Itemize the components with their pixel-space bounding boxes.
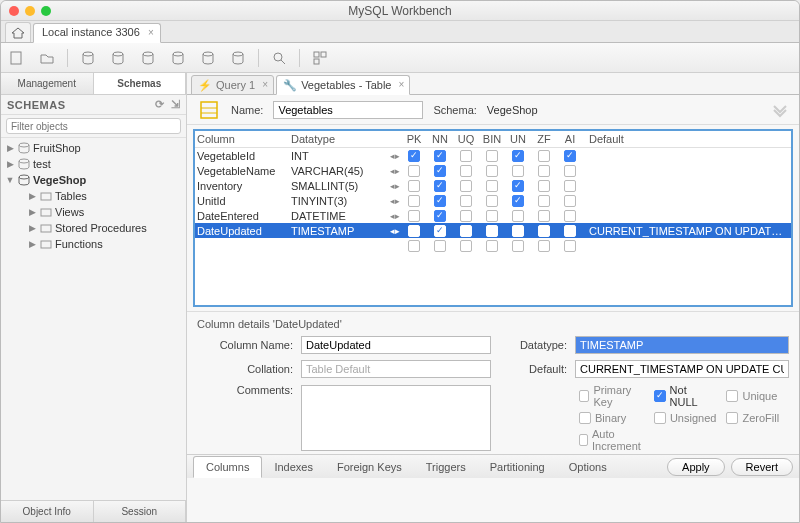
checkbox[interactable] bbox=[408, 195, 420, 207]
refresh-icon[interactable]: ⟳ bbox=[155, 98, 165, 111]
footer-tab-object-info[interactable]: Object Info bbox=[1, 501, 94, 522]
checkbox[interactable] bbox=[460, 195, 472, 207]
revert-button[interactable]: Revert bbox=[731, 458, 793, 476]
table-row[interactable]: UnitIdTINYINT(3)◂▸ bbox=[195, 193, 791, 208]
checkbox[interactable] bbox=[538, 210, 550, 222]
tab-foreign-keys[interactable]: Foreign Keys bbox=[325, 457, 414, 477]
db-tool-icon[interactable] bbox=[168, 48, 188, 68]
dropdown-icon[interactable]: ◂▸ bbox=[389, 196, 401, 206]
db-tool-icon[interactable] bbox=[228, 48, 248, 68]
checkbox[interactable] bbox=[564, 150, 576, 162]
close-icon[interactable]: × bbox=[148, 27, 154, 38]
checkbox[interactable] bbox=[512, 225, 524, 237]
checkbox[interactable] bbox=[460, 165, 472, 177]
checkbox[interactable] bbox=[564, 210, 576, 222]
check-unsigned[interactable]: Unsigned bbox=[654, 412, 717, 424]
checkbox[interactable] bbox=[538, 180, 550, 192]
column-name-input[interactable] bbox=[301, 336, 491, 354]
dropdown-icon[interactable]: ◂▸ bbox=[389, 211, 401, 221]
expand-icon[interactable]: ⇲ bbox=[171, 98, 181, 111]
search-icon[interactable] bbox=[269, 48, 289, 68]
table-row-placeholder[interactable] bbox=[195, 238, 791, 253]
db-tool-icon[interactable] bbox=[138, 48, 158, 68]
tab-schemas[interactable]: Schemas bbox=[94, 73, 187, 94]
tab-query1[interactable]: ⚡ Query 1 × bbox=[191, 75, 274, 95]
close-icon[interactable]: × bbox=[399, 79, 405, 90]
checkbox[interactable] bbox=[434, 150, 446, 162]
checkbox[interactable] bbox=[434, 195, 446, 207]
close-icon[interactable] bbox=[9, 6, 19, 16]
checkbox[interactable] bbox=[564, 165, 576, 177]
check-auto-increment[interactable]: Auto Increment bbox=[579, 428, 644, 452]
schema-item-fruitshop[interactable]: FruitShop bbox=[1, 140, 186, 156]
columns-grid[interactable]: Column Datatype PK NN UQ BIN UN ZF AI De… bbox=[193, 129, 793, 307]
maximize-icon[interactable] bbox=[41, 6, 51, 16]
checkbox[interactable] bbox=[564, 225, 576, 237]
checkbox[interactable] bbox=[512, 210, 524, 222]
checkbox[interactable] bbox=[564, 195, 576, 207]
checkbox[interactable] bbox=[486, 225, 498, 237]
db-tool-icon[interactable] bbox=[108, 48, 128, 68]
new-sql-icon[interactable] bbox=[7, 48, 27, 68]
checkbox[interactable] bbox=[486, 210, 498, 222]
checkbox[interactable] bbox=[538, 225, 550, 237]
checkbox[interactable] bbox=[408, 225, 420, 237]
dashboard-icon[interactable] bbox=[310, 48, 330, 68]
table-name-input[interactable] bbox=[273, 101, 423, 119]
dropdown-icon[interactable]: ◂▸ bbox=[389, 226, 401, 236]
tab-options[interactable]: Options bbox=[557, 457, 619, 477]
checkbox[interactable] bbox=[512, 195, 524, 207]
dropdown-icon[interactable]: ◂▸ bbox=[389, 166, 401, 176]
apply-button[interactable]: Apply bbox=[667, 458, 725, 476]
check-binary[interactable]: Binary bbox=[579, 412, 644, 424]
checkbox[interactable] bbox=[434, 165, 446, 177]
table-row[interactable]: VegetableNameVARCHAR(45)◂▸ bbox=[195, 163, 791, 178]
check-not-null[interactable]: Not NULL bbox=[654, 384, 717, 408]
checkbox[interactable] bbox=[408, 180, 420, 192]
connection-tab[interactable]: Local instance 3306 × bbox=[33, 23, 161, 43]
check-zerofill[interactable]: ZeroFill bbox=[726, 412, 789, 424]
tree-item-functions[interactable]: Functions bbox=[1, 236, 186, 252]
checkbox[interactable] bbox=[460, 210, 472, 222]
collation-select[interactable] bbox=[301, 360, 491, 378]
checkbox[interactable] bbox=[538, 195, 550, 207]
checkbox[interactable] bbox=[460, 180, 472, 192]
table-row[interactable]: InventorySMALLINT(5)◂▸ bbox=[195, 178, 791, 193]
checkbox[interactable] bbox=[486, 150, 498, 162]
tab-partitioning[interactable]: Partitioning bbox=[478, 457, 557, 477]
checkbox[interactable] bbox=[434, 180, 446, 192]
default-input[interactable] bbox=[575, 360, 789, 378]
dropdown-icon[interactable]: ◂▸ bbox=[389, 151, 401, 161]
check-unique[interactable]: Unique bbox=[726, 384, 789, 408]
datatype-select[interactable] bbox=[575, 336, 789, 354]
footer-tab-session[interactable]: Session bbox=[94, 501, 187, 522]
checkbox[interactable] bbox=[434, 225, 446, 237]
checkbox[interactable] bbox=[538, 150, 550, 162]
comments-textarea[interactable] bbox=[301, 385, 491, 451]
tree-item-stored[interactable]: Stored Procedures bbox=[1, 220, 186, 236]
table-row[interactable]: DateUpdatedTIMESTAMP◂▸CURRENT_TIMESTAMP … bbox=[195, 223, 791, 238]
checkbox[interactable] bbox=[486, 165, 498, 177]
table-row[interactable]: VegetableIdINT◂▸ bbox=[195, 148, 791, 163]
checkbox[interactable] bbox=[408, 150, 420, 162]
tab-management[interactable]: Management bbox=[1, 73, 94, 94]
filter-input[interactable] bbox=[6, 118, 181, 134]
schema-item-vegeshop[interactable]: VegeShop bbox=[1, 172, 186, 188]
db-tool-icon[interactable] bbox=[78, 48, 98, 68]
checkbox[interactable] bbox=[408, 165, 420, 177]
checkbox[interactable] bbox=[460, 225, 472, 237]
checkbox[interactable] bbox=[512, 165, 524, 177]
dropdown-icon[interactable]: ◂▸ bbox=[389, 181, 401, 191]
tab-indexes[interactable]: Indexes bbox=[262, 457, 325, 477]
table-row[interactable]: DateEnteredDATETIME◂▸ bbox=[195, 208, 791, 223]
chevron-down-icon[interactable] bbox=[771, 101, 789, 119]
db-tool-icon[interactable] bbox=[198, 48, 218, 68]
checkbox[interactable] bbox=[564, 180, 576, 192]
checkbox[interactable] bbox=[460, 150, 472, 162]
home-tab[interactable] bbox=[5, 22, 31, 42]
tree-item-tables[interactable]: Tables bbox=[1, 188, 186, 204]
schema-item-test[interactable]: test bbox=[1, 156, 186, 172]
tab-triggers[interactable]: Triggers bbox=[414, 457, 478, 477]
checkbox[interactable] bbox=[486, 195, 498, 207]
tree-item-views[interactable]: Views bbox=[1, 204, 186, 220]
